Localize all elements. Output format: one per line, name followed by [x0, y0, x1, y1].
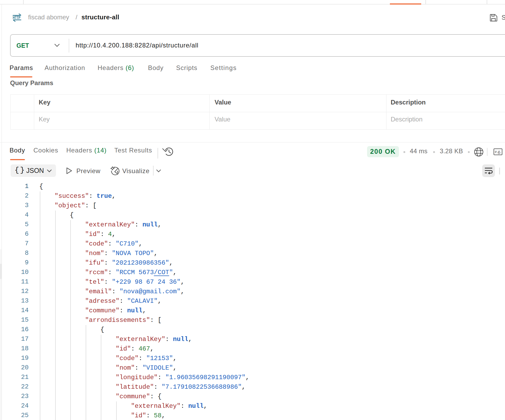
svg-text:HTTP: HTTP — [13, 15, 20, 20]
